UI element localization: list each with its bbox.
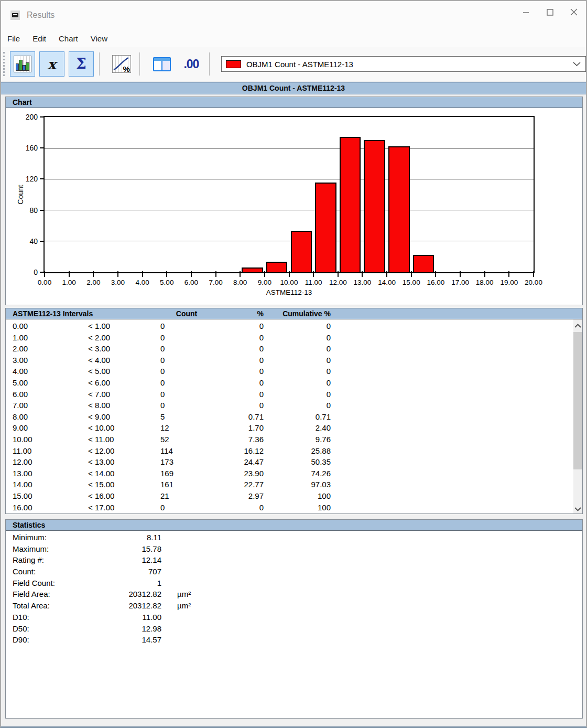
table-cell: 0 [213,320,264,332]
table-cell: 2.40 [264,422,331,434]
table-cell: 0 [264,366,331,377]
stat-row: Field Count:1 [6,577,582,589]
x-tick-label: 3.00 [111,279,125,286]
stat-unit [177,554,582,566]
menu-edit[interactable]: Edit [26,30,52,47]
table-cell: 9.76 [264,434,331,445]
chevron-up-icon [574,320,581,330]
series-select-dropdown[interactable]: OBJM1 Count - ASTME112-13 [221,56,586,72]
stat-unit [177,623,582,635]
gridline [45,210,534,210]
table-cell: 6.00 [6,389,88,400]
table-cell: 0 [213,343,264,355]
stat-gap [161,612,177,623]
table-cell: 173 [160,456,213,468]
table-cell: 0 [160,502,213,513]
x-axis-title: ASTME112-13 [266,288,312,296]
sigma-icon: Σ [76,57,86,71]
series-color-swatch [226,60,241,68]
table-cell: < 16.00 [88,490,160,502]
table-cell: 0 [160,355,213,366]
y-tick-label: 160 [26,143,38,153]
stat-value: 12.14 [107,554,161,566]
y-tick-label: 40 [29,237,38,246]
table-cell: 0 [264,389,331,400]
table-columns-button[interactable] [149,51,175,77]
chevron-down-icon [574,504,581,513]
close-icon [570,8,578,18]
col-header-intervals: ASTME112-13 Intervals [6,308,160,319]
x-tick-label: 7.00 [209,279,222,286]
scroll-down-button[interactable] [573,504,582,513]
table-cell: < 15.00 [88,479,160,490]
table-cell: 0 [160,366,213,377]
table-cell: 0 [264,400,331,411]
stat-unit [177,634,582,646]
toolbar-separator [209,52,210,76]
stat-label: Maximum: [6,543,107,555]
stat-value: 12.98 [107,623,161,635]
decimal-places-button[interactable]: .00 [179,51,204,77]
maximize-icon [547,8,553,18]
table-cell: 50.35 [264,456,331,468]
x-tick-label: 12.00 [329,279,347,286]
toolbar-separator [99,52,100,76]
scroll-up-button[interactable] [573,320,582,329]
minimize-button[interactable] [514,1,538,25]
table-cell: 14.00 [6,479,88,490]
results-window: Results File Edit Chart View [0,0,587,728]
x-tick-label: 6.00 [184,279,198,286]
table-cell: < 8.00 [88,400,160,411]
x-tick [362,271,363,277]
stat-gap [161,532,177,543]
stat-label: Field Count: [6,577,107,589]
chart-bar [413,255,434,272]
stat-gap [161,554,177,566]
stat-unit [177,612,582,623]
x-tick [142,271,143,277]
table-cell: 0 [213,355,264,366]
table-columns-icon [153,57,171,71]
table-cell: 97.03 [264,479,331,490]
gridline [45,179,534,179]
x-tick [44,271,45,277]
table-cell: < 11.00 [88,434,160,445]
y-tick-label: 120 [26,174,38,184]
sum-button[interactable]: Σ [69,51,94,77]
toolbar-grip[interactable] [3,52,6,76]
statistics-panel-header: Statistics [6,520,582,531]
stat-value: 8.11 [107,532,161,543]
stat-row: Rating #:12.14 [6,554,582,566]
table-cell: 5 [160,411,213,423]
col-header-count: Count [160,308,213,319]
minimize-icon [523,8,529,18]
table-cell: < 6.00 [88,377,160,389]
maximize-button[interactable] [538,1,562,25]
stat-label: Rating #: [6,554,107,566]
table-row: 0.00< 1.00000 [6,320,582,332]
table-cell: 3.00 [6,355,88,366]
table-cell: 16.00 [6,502,88,513]
table-cell: 0 [160,377,213,389]
table-cell: 12.00 [6,456,88,468]
x-tick [215,271,216,277]
menu-file[interactable]: File [1,30,26,47]
cumulative-percent-button[interactable]: % [109,51,134,77]
scrollbar-thumb[interactable] [573,332,582,469]
table-scrollbar[interactable] [573,319,582,513]
table-header-row: ASTME112-13 Intervals Count % Cumulative… [6,308,582,319]
stat-label: Count: [6,566,107,577]
histogram-plot: Count ASTME112-13 040801201602000.001.00… [44,116,535,273]
menu-view[interactable]: View [84,30,114,47]
table-cell: 2.97 [213,490,264,502]
table-cell: 0 [264,332,331,344]
table-cell: 21 [160,490,213,502]
menu-chart[interactable]: Chart [52,30,84,47]
table-cell: 100 [264,490,331,502]
close-button[interactable] [562,1,586,25]
histogram-chart-button[interactable] [10,51,35,77]
table-cell: 169 [160,468,213,479]
x-values-button[interactable]: x [39,51,64,77]
stat-label: Minimum: [6,532,107,543]
y-tick [40,241,45,242]
